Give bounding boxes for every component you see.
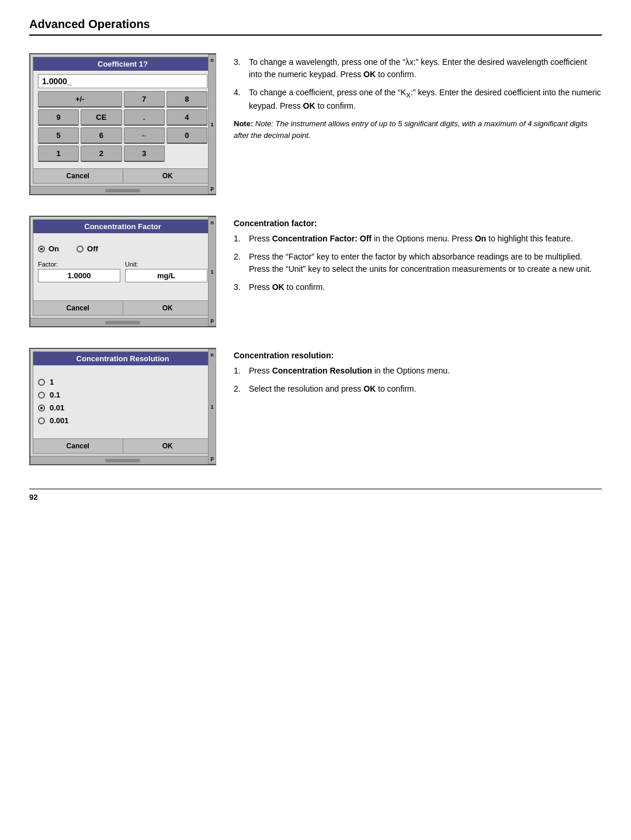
instruction-list-factor: 1. Press Concentration Factor: Off in th… bbox=[234, 233, 602, 293]
key-0[interactable]: 0 bbox=[167, 127, 207, 144]
keypad-grid: +/- 7 8 9 CE . 4 5 6 ← 0 1 2 3 bbox=[38, 91, 207, 162]
side-label-bot-1: p bbox=[210, 185, 214, 191]
key-3[interactable]: 3 bbox=[124, 146, 165, 162]
section-concentration-resolution: Concentration Resolution 1 0.1 0.01 bbox=[29, 348, 602, 465]
device-side-strip-3: n 1 p bbox=[208, 349, 216, 464]
side-label-bot-3: p bbox=[210, 455, 214, 461]
radio-off-label: Off bbox=[87, 244, 98, 253]
key-ce[interactable]: CE bbox=[81, 109, 122, 126]
instruction-list-coefficient: 3. To change a wavelength, press one of … bbox=[234, 56, 602, 112]
ok-button-resolution[interactable]: OK bbox=[123, 439, 213, 453]
device-bottom-strip-1 bbox=[30, 186, 215, 194]
scroll-indicator-1 bbox=[105, 189, 140, 192]
screen-bottom-bar-factor: Cancel OK bbox=[33, 300, 212, 315]
page-number: 92 bbox=[29, 493, 37, 502]
instruction-text-3: To change a wavelength, press one of the… bbox=[249, 56, 602, 81]
cancel-button-resolution[interactable]: Cancel bbox=[33, 439, 123, 453]
side-label-mid-3: 1 bbox=[210, 404, 213, 410]
device-screen-coefficient: Coefficient 1? 1.0000_ +/- 7 8 9 CE . 4 … bbox=[29, 53, 216, 195]
cancel-button-coefficient[interactable]: Cancel bbox=[33, 169, 123, 183]
factor-value[interactable]: 1.0000 bbox=[38, 269, 120, 282]
radio-circle-001 bbox=[38, 405, 45, 412]
screen-title-factor: Concentration Factor bbox=[33, 220, 212, 233]
cancel-button-factor[interactable]: Cancel bbox=[33, 301, 123, 315]
key-5[interactable]: 5 bbox=[38, 127, 79, 144]
screen-inner-coefficient: Coefficient 1? 1.0000_ +/- 7 8 9 CE . 4 … bbox=[33, 57, 213, 184]
instruction-text-r1: Press Concentration Resolution in the Op… bbox=[249, 365, 450, 377]
instruction-num-r2: 2. bbox=[234, 383, 244, 395]
instruction-num-f2: 2. bbox=[234, 251, 244, 275]
spacer-factor bbox=[38, 285, 207, 297]
screen-inner-resolution: Concentration Resolution 1 0.1 0.01 bbox=[33, 351, 213, 454]
device-side-strip-2: n 1 p bbox=[208, 217, 216, 326]
device-bottom-strip-3 bbox=[30, 456, 215, 464]
key-2[interactable]: 2 bbox=[81, 146, 122, 162]
resolution-label-01: 0.1 bbox=[50, 390, 60, 399]
screen-inner-factor: Concentration Factor On Off Fac bbox=[33, 219, 213, 316]
key-plusminus[interactable]: +/- bbox=[38, 91, 122, 108]
page-header: Advanced Operations bbox=[29, 18, 602, 36]
ok-button-factor[interactable]: OK bbox=[123, 301, 213, 315]
key-1[interactable]: 1 bbox=[38, 146, 79, 162]
section-heading-resolution: Concentration resolution: bbox=[234, 351, 602, 360]
key-backspace[interactable]: ← bbox=[124, 127, 165, 144]
resolution-label-001: 0.01 bbox=[50, 403, 64, 412]
resolution-option-0001[interactable]: 0.001 bbox=[38, 416, 207, 425]
spacer-res-top bbox=[38, 369, 207, 374]
side-label-mid-1: 1 bbox=[210, 122, 213, 127]
factor-unit-row: Factor: 1.0000 Unit: mg/L bbox=[38, 261, 207, 282]
resolution-option-001[interactable]: 0.01 bbox=[38, 403, 207, 412]
radio-on[interactable]: On bbox=[38, 244, 59, 253]
instruction-item-r2: 2. Select the resolution and press OK to… bbox=[234, 383, 602, 395]
instruction-item-f3: 3. Press OK to confirm. bbox=[234, 281, 602, 293]
instruction-text-r2: Select the resolution and press OK to co… bbox=[249, 383, 416, 395]
text-column-resolution: Concentration resolution: 1. Press Conce… bbox=[234, 348, 602, 401]
section-heading-factor: Concentration factor: bbox=[234, 219, 602, 228]
key-dot[interactable]: . bbox=[124, 109, 165, 126]
key-empty bbox=[167, 146, 207, 162]
side-label-bot-2: p bbox=[210, 317, 214, 323]
page-title: Advanced Operations bbox=[29, 18, 150, 30]
radio-circle-01 bbox=[38, 392, 45, 399]
text-column-factor: Concentration factor: 1. Press Concentra… bbox=[234, 216, 602, 299]
instruction-num-3: 3. bbox=[234, 56, 244, 81]
radio-circle-0001 bbox=[38, 417, 45, 424]
side-label-top-1: n bbox=[210, 57, 214, 63]
resolution-option-1[interactable]: 1 bbox=[38, 378, 207, 386]
instruction-item-r1: 1. Press Concentration Resolution in the… bbox=[234, 365, 602, 377]
side-label-top-2: n bbox=[210, 220, 214, 226]
instruction-item-f2: 2. Press the “Factor” key to enter the f… bbox=[234, 251, 602, 275]
key-9[interactable]: 9 bbox=[38, 109, 79, 126]
instruction-text-f3: Press OK to confirm. bbox=[249, 281, 325, 293]
section-concentration-factor: Concentration Factor On Off Fac bbox=[29, 216, 602, 327]
key-4[interactable]: 4 bbox=[167, 109, 207, 126]
note-label: Note: bbox=[234, 119, 253, 128]
unit-value[interactable]: mg/L bbox=[125, 269, 207, 282]
radio-off[interactable]: Off bbox=[77, 244, 98, 253]
text-column-coefficient: 3. To change a wavelength, press one of … bbox=[234, 53, 602, 141]
instruction-item-4: 4. To change a coefficient, press one of… bbox=[234, 87, 602, 112]
key-6[interactable]: 6 bbox=[81, 127, 122, 144]
key-7[interactable]: 7 bbox=[124, 91, 165, 108]
factor-box: Factor: 1.0000 bbox=[38, 261, 120, 282]
resolution-option-01[interactable]: 0.1 bbox=[38, 390, 207, 399]
key-8[interactable]: 8 bbox=[167, 91, 207, 108]
instruction-text-4: To change a coefficient, press one of th… bbox=[249, 87, 602, 112]
note-text-coefficient: Note: Note: The instrument allows entry … bbox=[234, 118, 602, 141]
radio-circle-1 bbox=[38, 379, 45, 386]
note-content: Note: The instrument allows entry of up … bbox=[234, 119, 588, 140]
side-label-mid-2: 1 bbox=[210, 269, 213, 275]
device-bottom-strip-2 bbox=[30, 318, 215, 326]
keypad-display: 1.0000_ bbox=[38, 74, 207, 88]
spacer-res-bottom bbox=[38, 429, 207, 435]
unit-label: Unit: bbox=[125, 261, 207, 268]
scroll-indicator-3 bbox=[105, 459, 140, 462]
screen-body-coefficient: 1.0000_ +/- 7 8 9 CE . 4 5 6 ← 0 1 2 3 bbox=[33, 71, 212, 168]
screen-title-resolution: Concentration Resolution bbox=[33, 352, 212, 365]
radio-off-circle bbox=[77, 246, 84, 253]
ok-button-coefficient[interactable]: OK bbox=[123, 169, 213, 183]
instruction-num-f3: 3. bbox=[234, 281, 244, 293]
resolution-label-1: 1 bbox=[50, 378, 54, 386]
resolution-label-0001: 0.001 bbox=[50, 416, 69, 425]
instruction-num-f1: 1. bbox=[234, 233, 244, 245]
